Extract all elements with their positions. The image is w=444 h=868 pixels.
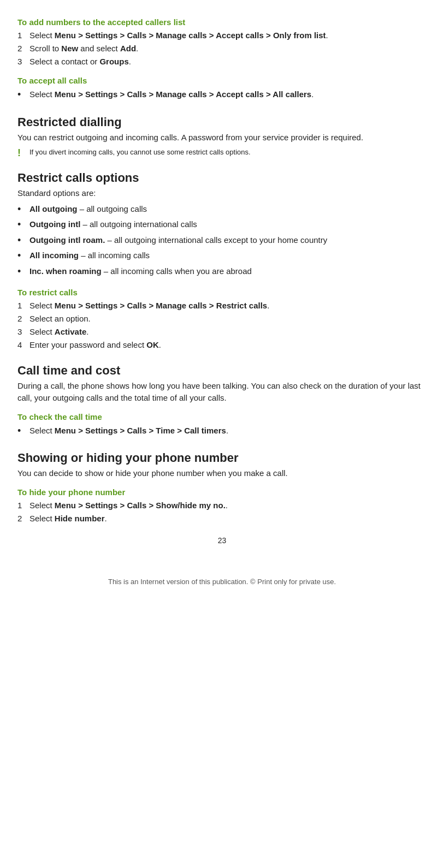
page-number: 23 [17, 536, 427, 545]
step-num-2: 2 [17, 42, 29, 55]
step-num-3: 3 [17, 55, 29, 68]
restrict-calls-options-subtitle: Standard options are: [17, 187, 427, 200]
restricted-dialling-note: ! If you divert incoming calls, you cann… [17, 147, 427, 159]
bullet-icon: • [17, 247, 29, 264]
hide-step-2: 2 Select Hide number. [17, 512, 427, 525]
restrict-step-1-text: Select Menu > Settings > Calls > Manage … [29, 299, 269, 312]
showing-hiding-title: Showing or hiding your phone number [17, 451, 427, 465]
restrict-step-num-3: 3 [17, 325, 29, 338]
accept-all-title: To accept all calls [17, 76, 427, 85]
option-all-outgoing-text: All outgoing – all outgoing calls [29, 202, 147, 216]
restrict-step-num-2: 2 [17, 312, 29, 325]
bullet-icon: • [17, 423, 29, 439]
bullet-icon: • [17, 232, 29, 249]
restrict-step-3-text: Select Activate. [29, 325, 88, 338]
bullet-icon: • [17, 86, 29, 103]
step-num-1: 1 [17, 29, 29, 42]
restrict-calls-options-list: • All outgoing – all outgoing calls • Ou… [17, 202, 427, 280]
restrict-step-num-1: 1 [17, 299, 29, 312]
check-call-time-item: • Select Menu > Settings > Calls > Time … [17, 424, 427, 439]
section-hide-phone-number: To hide your phone number 1 Select Menu … [17, 487, 427, 525]
restrict-step-3: 3 Select Activate. [17, 325, 427, 338]
restrict-step-4-text: Enter your password and select OK. [29, 338, 161, 352]
hide-step-1: 1 Select Menu > Settings > Calls > Show/… [17, 499, 427, 512]
add-numbers-title: To add numbers to the accepted callers l… [17, 17, 427, 27]
check-call-time-title: To check the call time [17, 412, 427, 421]
add-numbers-steps: 1 Select Menu > Settings > Calls > Manag… [17, 29, 427, 68]
step-1: 1 Select Menu > Settings > Calls > Manag… [17, 29, 427, 42]
option-outgoing-intl-roam: • Outgoing intl roam. – all outgoing int… [17, 233, 427, 249]
section-showing-hiding: Showing or hiding your phone number You … [17, 451, 427, 480]
bullet-icon: • [17, 201, 29, 218]
restrict-step-1: 1 Select Menu > Settings > Calls > Manag… [17, 299, 427, 312]
option-outgoing-intl-text: Outgoing intl – all outgoing internation… [29, 217, 197, 231]
call-time-cost-body: During a call, the phone shows how long … [17, 380, 427, 405]
check-call-time-list: • Select Menu > Settings > Calls > Time … [17, 424, 427, 439]
option-inc-when-roaming-text: Inc. when roaming – all incoming calls w… [29, 264, 252, 278]
note-icon: ! [17, 147, 25, 159]
section-restrict-calls-options: Restrict calls options Standard options … [17, 171, 427, 280]
to-restrict-calls-title: To restrict calls [17, 288, 427, 297]
step-3-text: Select a contact or Groups. [29, 55, 131, 68]
option-all-incoming-text: All incoming – all incoming calls [29, 248, 150, 263]
to-restrict-calls-steps: 1 Select Menu > Settings > Calls > Manag… [17, 299, 427, 352]
restrict-step-num-4: 4 [17, 338, 29, 352]
step-2-text: Scroll to New and select Add. [29, 42, 138, 55]
restrict-step-2-text: Select an option. [29, 312, 91, 325]
hide-step-2-text: Select Hide number. [29, 512, 107, 525]
hide-step-num-2: 2 [17, 512, 29, 525]
call-time-cost-title: Call time and cost [17, 364, 427, 378]
bullet-icon: • [17, 263, 29, 280]
showing-hiding-body: You can decide to show or hide your phon… [17, 467, 427, 480]
option-outgoing-intl: • Outgoing intl – all outgoing internati… [17, 217, 427, 233]
section-call-time-cost: Call time and cost During a call, the ph… [17, 364, 427, 405]
restrict-step-2: 2 Select an option. [17, 312, 427, 325]
step-1-text: Select Menu > Settings > Calls > Manage … [29, 29, 328, 42]
option-all-outgoing: • All outgoing – all outgoing calls [17, 202, 427, 218]
note-text: If you divert incoming calls, you cannot… [29, 147, 251, 158]
step-2: 2 Scroll to New and select Add. [17, 42, 427, 55]
check-call-time-text: Select Menu > Settings > Calls > Time > … [29, 424, 228, 438]
section-restricted-dialling: Restricted dialling You can restrict out… [17, 115, 427, 159]
hide-step-1-text: Select Menu > Settings > Calls > Show/hi… [29, 499, 228, 512]
option-outgoing-intl-roam-text: Outgoing intl roam. – all outgoing inter… [29, 233, 327, 247]
step-3: 3 Select a contact or Groups. [17, 55, 427, 68]
hide-step-num-1: 1 [17, 499, 29, 512]
bullet-icon: • [17, 216, 29, 233]
option-all-incoming: • All incoming – all incoming calls [17, 248, 427, 264]
section-check-call-time: To check the call time • Select Menu > S… [17, 412, 427, 439]
section-to-restrict-calls: To restrict calls 1 Select Menu > Settin… [17, 288, 427, 352]
hide-phone-number-title: To hide your phone number [17, 487, 427, 497]
restricted-dialling-title: Restricted dialling [17, 115, 427, 129]
option-inc-when-roaming: • Inc. when roaming – all incoming calls… [17, 264, 427, 280]
restricted-dialling-body: You can restrict outgoing and incoming c… [17, 132, 427, 144]
hide-phone-number-steps: 1 Select Menu > Settings > Calls > Show/… [17, 499, 427, 525]
accept-all-text: Select Menu > Settings > Calls > Manage … [29, 87, 313, 102]
restrict-step-4: 4 Enter your password and select OK. [17, 338, 427, 352]
restrict-calls-options-title: Restrict calls options [17, 171, 427, 185]
footer-text: This is an Internet version of this publ… [17, 578, 427, 586]
section-accept-all-calls: To accept all calls • Select Menu > Sett… [17, 76, 427, 103]
accept-all-item: • Select Menu > Settings > Calls > Manag… [17, 87, 427, 103]
accept-all-list: • Select Menu > Settings > Calls > Manag… [17, 87, 427, 103]
section-add-numbers: To add numbers to the accepted callers l… [17, 17, 427, 68]
